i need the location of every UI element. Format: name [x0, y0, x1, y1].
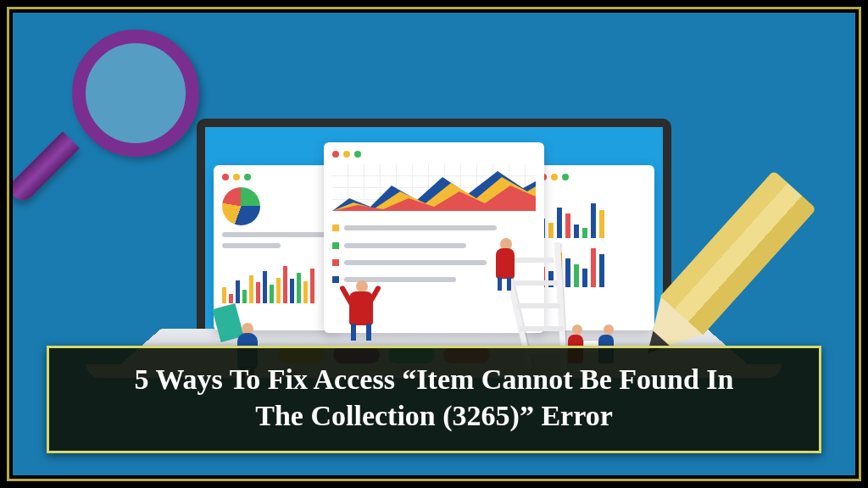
pie-chart-icon: [222, 187, 260, 225]
title-banner: 5 Ways To Fix Access “Item Cannot Be Fou…: [47, 346, 821, 453]
title-line-1: 5 Ways To Fix Access “Item Cannot Be Fou…: [135, 363, 734, 395]
title-line-2: The Collection (3265)” Error: [255, 400, 612, 431]
magnifying-glass-icon: [72, 30, 199, 157]
illustration-canvas: 5 Ways To Fix Access “Item Cannot Be Fou…: [13, 13, 855, 475]
area-chart-icon: [332, 164, 536, 211]
outer-frame: 5 Ways To Fix Access “Item Cannot Be Fou…: [7, 7, 861, 481]
page-title: 5 Ways To Fix Access “Item Cannot Be Fou…: [66, 362, 802, 434]
grouped-bar-chart-icon: [540, 187, 646, 238]
laptop-screen: [197, 119, 671, 364]
bar-chart-icon: [222, 257, 328, 303]
